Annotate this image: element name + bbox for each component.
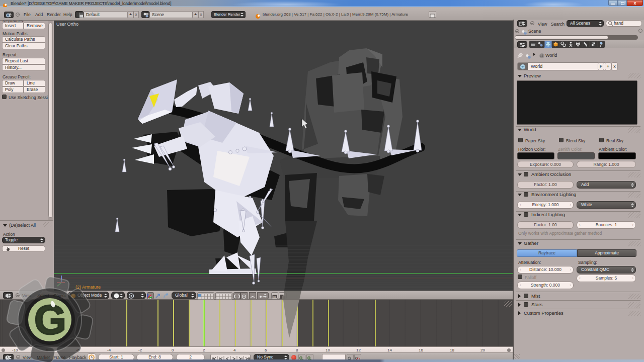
svg-text:G: G: [34, 297, 66, 342]
svg-text:User Ortho: User Ortho: [56, 22, 78, 27]
